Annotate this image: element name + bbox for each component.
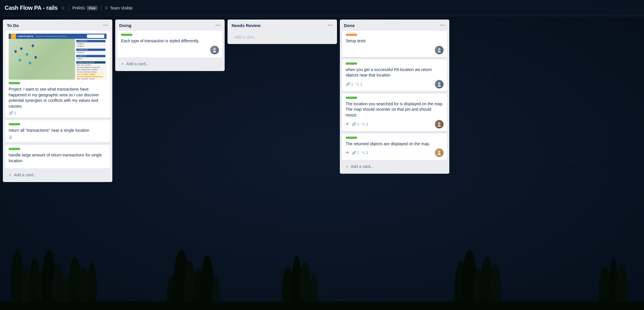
card-7-title: The location you searched for is display… xyxy=(346,101,444,118)
header-divider xyxy=(69,5,69,12)
column-doing-header: Doing ··· xyxy=(115,20,225,31)
card-1-title: Project: I want to see what transactions… xyxy=(9,87,107,109)
svg-point-35 xyxy=(437,85,441,87)
card-pa-location[interactable]: when you get a successful PA location we… xyxy=(342,60,447,91)
app-header: Cash Flow PA - rails ☆ PHRIG Free ⚐ Team… xyxy=(0,0,644,16)
attachments-count: 🔗 1 xyxy=(352,151,359,155)
eye-icon: 👁 xyxy=(346,151,349,155)
column-doing-cards: Each type of transaction is styled diffe… xyxy=(115,31,225,57)
card-label-green xyxy=(346,137,357,139)
github-icon: ⌥ xyxy=(361,122,365,126)
map-pin xyxy=(25,53,29,56)
card-8-title: The returned objects are displayed on th… xyxy=(346,141,444,147)
column-todo-footer: ＋ Add a card... xyxy=(3,168,112,182)
map-pin xyxy=(20,47,23,50)
add-card-done-button[interactable]: ＋ Add a card... xyxy=(343,162,446,171)
map-pin xyxy=(34,56,37,59)
card-label-green xyxy=(346,62,357,65)
column-done-cards: Setup tests when you get a succ xyxy=(340,31,449,160)
svg-point-30 xyxy=(213,48,216,50)
plus-icon: ＋ xyxy=(8,172,12,177)
svg-point-32 xyxy=(438,48,440,50)
card-location-map[interactable]: The location you searched for is display… xyxy=(342,94,447,131)
plus-icon: ＋ xyxy=(120,61,124,66)
card-return-transactions[interactable]: return all "transactions" near a single … xyxy=(5,120,110,143)
column-doing: Doing ··· Each type of transaction is st… xyxy=(115,20,225,71)
svg-point-34 xyxy=(438,82,440,85)
column-doing-menu[interactable]: ··· xyxy=(215,22,221,28)
star-icon[interactable]: ☆ xyxy=(61,5,65,11)
column-done-footer: ＋ Add a card... xyxy=(340,160,449,174)
card-transaction-styled[interactable]: Each type of transaction is styled diffe… xyxy=(118,31,222,57)
column-todo: To Do ··· CF CASH FLOW PA Movement of ca… xyxy=(3,20,112,182)
svg-point-31 xyxy=(213,51,216,53)
map-pin xyxy=(18,58,21,62)
column-done: Done ··· Setup tests xyxy=(340,20,449,174)
header-divider-2 xyxy=(101,5,101,12)
description-indicator: ☰ xyxy=(9,135,12,140)
column-todo-header: To Do ··· xyxy=(3,20,112,31)
github-count: ⌥ 1 xyxy=(361,151,368,155)
column-needs-review-footer: Add a card... xyxy=(228,31,337,44)
card-5-avatar xyxy=(435,46,444,54)
card-8-avatar xyxy=(435,148,444,157)
description-icon: ☰ xyxy=(9,135,12,140)
column-todo-cards: CF CASH FLOW PA Movement of campaign mon… xyxy=(3,31,112,168)
card-4-avatar xyxy=(210,46,219,54)
column-needs-review-title: Needs Review xyxy=(232,23,261,28)
card-label-green xyxy=(9,82,20,84)
plan-badge: Free xyxy=(87,6,97,10)
card-label-green xyxy=(9,148,20,150)
column-todo-menu[interactable]: ··· xyxy=(103,22,108,28)
attachment-icon: 🔗 xyxy=(352,151,356,155)
card-thumbnail: CF CASH FLOW PA Movement of campaign mon… xyxy=(9,34,107,80)
card-project-overview[interactable]: CF CASH FLOW PA Movement of campaign mon… xyxy=(5,31,110,118)
svg-point-39 xyxy=(437,153,441,155)
svg-point-33 xyxy=(437,51,441,53)
card-4-avatar-wrapper xyxy=(210,46,219,54)
add-card-todo-button[interactable]: ＋ Add a card... xyxy=(6,171,109,179)
card-2-title: return all "transactions" near a single … xyxy=(9,128,107,133)
eye-indicator: 👁 xyxy=(346,122,349,126)
column-done-header: Done ··· xyxy=(340,20,449,31)
github-icon: ⌥ xyxy=(355,82,359,86)
card-6-avatar-wrapper xyxy=(435,80,444,89)
column-done-menu[interactable]: ··· xyxy=(440,22,445,28)
attachment-icon: 🔗 xyxy=(352,122,356,126)
card-label-green xyxy=(346,97,357,99)
card-8-meta: 👁 🔗 1 ⌥ 1 xyxy=(346,148,444,157)
svg-point-37 xyxy=(437,125,441,127)
org-name: PHRIG xyxy=(72,6,85,10)
org-badge: PHRIG Free xyxy=(72,6,98,10)
board: To Do ··· CF CASH FLOW PA Movement of ca… xyxy=(0,16,644,310)
visibility-icon: ⚐ xyxy=(105,6,109,10)
add-card-doing-button[interactable]: ＋ Add a card... xyxy=(118,60,222,68)
card-6-avatar xyxy=(435,80,444,89)
card-1-meta: 🔗 1 xyxy=(9,111,107,115)
attachments-count: 🔗 1 xyxy=(346,82,353,86)
github-count: ⌥ 1 xyxy=(361,122,368,126)
card-7-meta: 👁 🔗 1 ⌥ 1 xyxy=(346,120,444,129)
card-7-avatar-wrapper xyxy=(435,120,444,129)
eye-indicator: 👁 xyxy=(346,151,349,155)
card-returned-objects[interactable]: The returned objects are displayed on th… xyxy=(342,134,447,160)
board-title: Cash Flow PA - rails xyxy=(5,5,58,11)
visibility-indicator: ⚐ Team Visible xyxy=(105,6,133,10)
card-setup-tests[interactable]: Setup tests xyxy=(342,31,447,57)
column-needs-review-menu[interactable]: ··· xyxy=(328,22,333,28)
add-card-needs-review-button[interactable]: Add a card... xyxy=(230,33,334,41)
column-doing-title: Doing xyxy=(119,23,132,28)
github-count: ⌥ 1 xyxy=(355,82,362,86)
attachment-icon: 🔗 xyxy=(346,82,350,86)
card-handle-large[interactable]: handle large amount of return transactio… xyxy=(5,145,110,168)
card-6-title: when you get a successful PA location we… xyxy=(346,67,444,78)
column-needs-review-header: Needs Review ··· xyxy=(228,20,337,31)
map-pin xyxy=(28,61,31,64)
card-5-title: Setup tests xyxy=(346,38,444,44)
card-5-meta xyxy=(346,46,444,54)
map-pin xyxy=(14,50,17,53)
column-done-title: Done xyxy=(344,23,355,28)
github-icon: ⌥ xyxy=(361,151,365,155)
card-2-meta: ☰ xyxy=(9,135,107,140)
attachment-icon: 🔗 xyxy=(9,111,13,115)
